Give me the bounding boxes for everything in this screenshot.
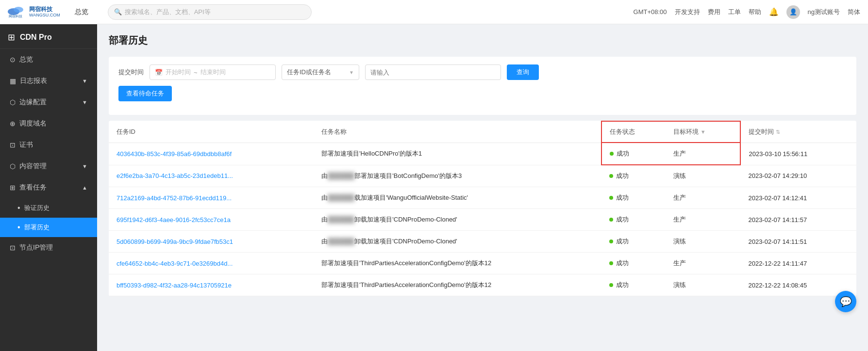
schedule-icon: ⊕: [10, 120, 16, 128]
global-search[interactable]: 🔍 搜索域名、产品、文档、API等: [108, 4, 312, 20]
sidebar-item-logs[interactable]: ▦ 日志报表 ▼: [0, 70, 97, 92]
main-content: 部署历史 提交时间 📅 开始时间 ~ 结束时间 任务ID或任务名 ▼ 查询: [97, 24, 868, 351]
cell-target-env: 演练: [666, 274, 740, 296]
view-pending-tasks-button[interactable]: 查看待命任务: [118, 86, 172, 101]
cost-link[interactable]: 费用: [708, 8, 720, 16]
date-range-picker[interactable]: 📅 开始时间 ~ 结束时间: [150, 64, 276, 80]
cell-task-status: 成功: [601, 231, 666, 253]
cell-target-env: 生产: [666, 143, 740, 165]
float-chat-button[interactable]: 💬: [835, 291, 856, 312]
table-row: bff50393-d982-4f32-aa28-94c13705921e 部署加…: [109, 274, 856, 296]
cell-task-id: 5d060899-b699-499a-9bc9-9fdae7fb53c1: [109, 231, 314, 253]
table-row: cfe64652-bb4c-4eb3-9c71-0e3269bd4d... 部署…: [109, 253, 856, 274]
cell-target-env: 生产: [666, 253, 740, 274]
cell-task-id: cfe64652-bb4c-4eb3-9c71-0e3269bd4d...: [109, 253, 314, 274]
status-dot-icon: [610, 152, 614, 156]
sidebar-item-edge-config[interactable]: ⬡ 边缘配置 ▼: [0, 92, 97, 113]
sidebar-item-verify-history[interactable]: • 验证历史: [0, 198, 97, 218]
avatar[interactable]: 👤: [786, 5, 800, 19]
sidebar-label-verify: 验证历史: [24, 204, 50, 212]
main-layout: ⊞ CDN Pro ⊙ 总览 ▦ 日志报表 ▼ ⬡ 边缘配置 ▼ ⊕ 调度域名 …: [0, 24, 868, 351]
table-row: 4036430b-853c-4f39-85a6-69dbdbb8af6f 部署加…: [109, 143, 856, 165]
cell-task-id: bff50393-d982-4f32-aa28-94c13705921e: [109, 274, 314, 296]
query-button[interactable]: 查询: [507, 64, 539, 80]
filter-row-1: 提交时间 📅 开始时间 ~ 结束时间 任务ID或任务名 ▼ 查询: [118, 64, 847, 80]
dev-support-link[interactable]: 开发支持: [675, 8, 700, 16]
cell-task-name: 由██████部署加速项目'BotConfigDemo'的版本3: [314, 165, 601, 187]
sidebar-label-deploy: 部署历史: [24, 223, 50, 232]
cell-task-status: 成功: [601, 187, 666, 209]
sidebar-item-cert[interactable]: ⊡ 证书: [0, 134, 97, 156]
start-date-placeholder: 开始时间: [166, 68, 191, 77]
cell-task-name: 由██████载加速项目'WanguOfficialWebsite-Static…: [314, 187, 601, 209]
status-dot-icon: [609, 283, 613, 287]
col-task-id: 任务ID: [109, 121, 314, 143]
sidebar-item-task[interactable]: ⊞ 查看任务 ▲: [0, 177, 97, 198]
chat-icon: 💬: [840, 296, 852, 307]
sidebar-item-overview[interactable]: ⊙ 总览: [0, 49, 97, 70]
blurred-text: ██████: [328, 238, 354, 245]
cell-target-env: 生产: [666, 187, 740, 209]
task-select-label: 任务ID或任务名: [287, 68, 331, 77]
cell-task-status: 成功: [601, 209, 666, 231]
table-header: 任务ID 任务名称 任务状态 目标环境 ▼ 提交时间 ⇅: [109, 121, 856, 143]
overview-nav[interactable]: 总览: [75, 8, 88, 16]
blurred-text: ██████: [328, 194, 354, 201]
notification-bell-icon[interactable]: 🔔: [769, 7, 779, 16]
cell-task-status: 成功: [601, 274, 666, 296]
cell-submit-time: 2023-02-07 14:29:10: [740, 165, 856, 187]
task-id-link[interactable]: 5d060899-b699-499a-9bc9-9fdae7fb53c1: [117, 238, 233, 245]
col-task-name: 任务名称: [314, 121, 601, 143]
task-id-link[interactable]: 712a2169-a4bd-4752-87b6-91ecdd119...: [117, 194, 232, 202]
task-input[interactable]: [365, 64, 501, 80]
table-row: 5d060899-b699-499a-9bc9-9fdae7fb53c1 由██…: [109, 231, 856, 253]
page-title: 部署历史: [109, 34, 856, 47]
filter-section: 提交时间 📅 开始时间 ~ 结束时间 任务ID或任务名 ▼ 查询 查看待命任务: [109, 57, 856, 115]
work-order-link[interactable]: 工单: [728, 8, 741, 16]
cell-task-name: 由██████卸载加速项目'CDNProDemo-Cloned': [314, 231, 601, 253]
language-switch[interactable]: 简体: [848, 8, 860, 16]
task-id-link[interactable]: 695f1942-d6f3-4aee-9016-2fc53cc7ce1a: [117, 216, 231, 223]
overview-icon: ⊙: [10, 56, 16, 64]
cell-task-status: 成功: [601, 253, 666, 274]
table-section: 任务ID 任务名称 任务状态 目标环境 ▼ 提交时间 ⇅: [109, 121, 856, 296]
task-id-link[interactable]: cfe64652-bb4c-4eb3-9c71-0e3269bd4d...: [117, 260, 233, 267]
table-row: 712a2169-a4bd-4752-87b6-91ecdd119... 由██…: [109, 187, 856, 209]
edge-config-icon: ⬡: [10, 98, 16, 106]
cell-task-id: 712a2169-a4bd-4752-87b6-91ecdd119...: [109, 187, 314, 209]
cell-submit-time: 2022-12-22 14:11:47: [740, 253, 856, 274]
cell-task-status: 成功: [601, 143, 666, 165]
cell-task-name: 由██████卸载加速项目'CDNProDemo-Cloned': [314, 209, 601, 231]
deploy-history-table: 任务ID 任务名称 任务状态 目标环境 ▼ 提交时间 ⇅: [109, 121, 856, 296]
table-row: 695f1942-d6f3-4aee-9016-2fc53cc7ce1a 由██…: [109, 209, 856, 231]
sidebar-item-content[interactable]: ⬡ 内容管理 ▼: [0, 156, 97, 177]
logo[interactable]: 网宿科技 网宿科技 WANGSU.COM: [8, 5, 60, 19]
task-id-link[interactable]: e2f6e2ba-3a70-4c13-ab5c-23d1edeb11...: [117, 172, 233, 179]
status-dot-icon: [609, 261, 613, 265]
task-type-select[interactable]: 任务ID或任务名 ▼: [282, 64, 359, 80]
top-navigation: 网宿科技 网宿科技 WANGSU.COM 总览 🔍 搜索域名、产品、文档、API…: [0, 0, 868, 24]
username[interactable]: ng测试账号: [808, 8, 840, 16]
cell-task-name: 部署加速项目'ThirdPartiesAccelerationConfigDem…: [314, 253, 601, 274]
col-target-env: 目标环境 ▼: [666, 121, 740, 143]
sidebar-item-node-ip[interactable]: ⊡ 节点IP管理: [0, 237, 97, 258]
submit-time-label: 提交时间: [118, 68, 144, 77]
cell-task-status: 成功: [601, 165, 666, 187]
tilde: ~: [194, 69, 198, 76]
task-id-link[interactable]: 4036430b-853c-4f39-85a6-69dbdbb8af6f: [117, 150, 232, 158]
chevron-down-icon-2: ▼: [82, 99, 87, 105]
cell-task-id: 4036430b-853c-4f39-85a6-69dbdbb8af6f: [109, 143, 314, 165]
sidebar-label-schedule: 调度域名: [19, 119, 47, 128]
task-id-link[interactable]: bff50393-d982-4f32-aa28-94c13705921e: [117, 282, 232, 289]
sidebar-item-schedule[interactable]: ⊕ 调度域名: [0, 113, 97, 134]
status-dot-icon: [609, 196, 613, 200]
top-nav-right: GMT+08:00 开发支持 费用 工单 帮助 🔔 👤 ng测试账号 简体: [634, 5, 860, 19]
sidebar-label-content: 内容管理: [19, 162, 47, 171]
status-dot-icon: [609, 218, 613, 222]
help-link[interactable]: 帮助: [749, 8, 761, 16]
sidebar-item-deploy-history[interactable]: • 部署历史: [0, 218, 97, 237]
sidebar-label-overview: 总览: [19, 55, 33, 64]
sort-icon[interactable]: ⇅: [776, 129, 780, 135]
chevron-down-icon-3: ▼: [82, 163, 87, 169]
node-ip-icon: ⊡: [10, 244, 16, 252]
